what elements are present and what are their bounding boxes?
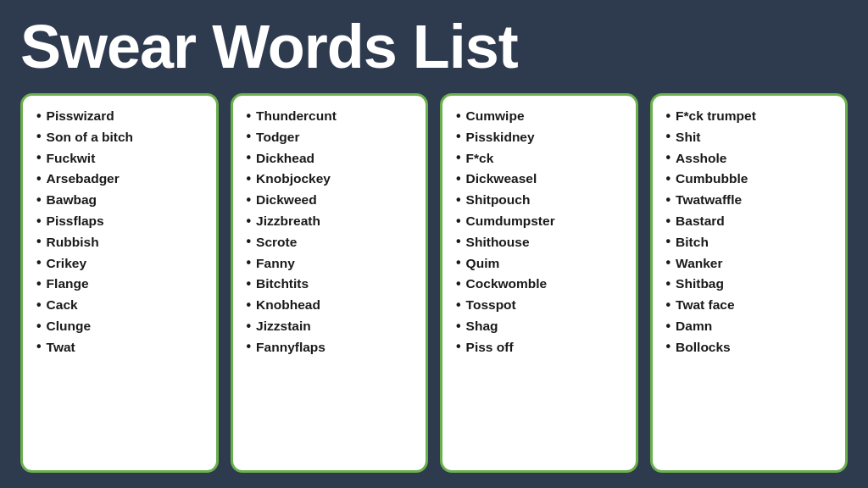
list-item: F*ck trumpet <box>666 106 837 127</box>
list-item: Fannyflaps <box>247 336 418 358</box>
list-item: Pisskidney <box>456 126 627 147</box>
list-item: Scrote <box>247 231 418 252</box>
word-list-1: PisswizardSon of a bitchFuckwitArsebadge… <box>36 106 208 358</box>
list-item: Shit <box>666 126 837 147</box>
columns-container: PisswizardSon of a bitchFuckwitArsebadge… <box>20 93 848 473</box>
list-item: Bitch <box>666 231 837 252</box>
list-item: Bitchtits <box>247 274 418 295</box>
word-column-2: ThundercuntTodgerDickheadKnobjockeyDickw… <box>231 93 429 473</box>
list-item: Cumbubble <box>666 169 837 190</box>
list-item: Flange <box>36 274 208 295</box>
list-item: Rubbish <box>36 231 208 252</box>
list-item: Shithouse <box>456 231 627 252</box>
list-item: Twat face <box>666 295 837 316</box>
list-item: Damn <box>666 316 837 337</box>
list-item: Fuckwit <box>36 147 208 169</box>
word-column-1: PisswizardSon of a bitchFuckwitArsebadge… <box>20 93 219 473</box>
list-item: Cockwomble <box>456 274 627 295</box>
list-item: Cumwipe <box>456 106 627 127</box>
word-list-4: F*ck trumpetShitAssholeCumbubbleTwatwaff… <box>666 106 837 358</box>
list-item: Cumdumpster <box>456 211 627 232</box>
list-item: Shitpouch <box>456 190 627 211</box>
list-item: Twat <box>36 336 208 358</box>
list-item: Knobhead <box>247 295 418 316</box>
word-list-3: CumwipePisskidneyF*ckDickweaselShitpouch… <box>456 106 627 358</box>
list-item: Crikey <box>36 252 208 274</box>
list-item: Piss off <box>456 336 627 358</box>
list-item: Cack <box>36 295 208 316</box>
list-item: Dickhead <box>247 147 418 169</box>
list-item: Son of a bitch <box>36 126 208 147</box>
list-item: Jizzstain <box>247 316 418 337</box>
list-item: Pisswizard <box>36 106 208 127</box>
list-item: Pissflaps <box>36 211 208 232</box>
list-item: Arsebadger <box>36 169 208 190</box>
list-item: F*ck <box>456 147 627 169</box>
list-item: Bollocks <box>666 336 837 358</box>
list-item: Twatwaffle <box>666 190 837 211</box>
list-item: Quim <box>456 252 627 274</box>
list-item: Clunge <box>36 316 208 337</box>
list-item: Fanny <box>247 252 418 274</box>
list-item: Bastard <box>666 211 837 232</box>
list-item: Jizzbreath <box>247 211 418 232</box>
list-item: Knobjockey <box>247 169 418 190</box>
page-title: Swear Words List <box>20 15 848 80</box>
list-item: Dickweed <box>247 190 418 211</box>
list-item: Tosspot <box>456 295 627 316</box>
list-item: Asshole <box>666 147 837 169</box>
list-item: Thundercunt <box>247 106 418 127</box>
list-item: Shitbag <box>666 274 837 295</box>
list-item: Shag <box>456 316 627 337</box>
list-item: Bawbag <box>36 190 208 211</box>
list-item: Dickweasel <box>456 169 627 190</box>
list-item: Todger <box>247 126 418 147</box>
word-list-2: ThundercuntTodgerDickheadKnobjockeyDickw… <box>247 106 418 358</box>
word-column-4: F*ck trumpetShitAssholeCumbubbleTwatwaff… <box>650 93 849 473</box>
word-column-3: CumwipePisskidneyF*ckDickweaselShitpouch… <box>440 93 638 473</box>
list-item: Wanker <box>666 252 837 274</box>
